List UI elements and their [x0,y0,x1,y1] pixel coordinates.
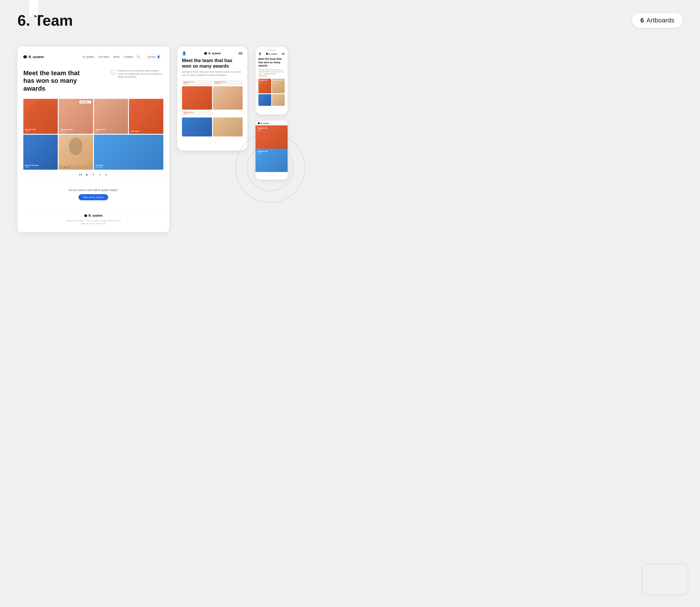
social-be-icon: Bē [64,166,66,168]
phone-heading-1: Meet the team that has won so many award… [259,58,285,68]
tablet-label-2: Martha Holston UX Writer [213,80,243,85]
desktop-social-row: Bē ▶ P 𝕏 in [23,170,163,180]
phone-card-2[interactable]: Martha Holston UX Writer [272,79,285,93]
social-linkedin-icon: in [68,166,69,168]
team-cell-2[interactable]: Martha Holston UX Writer how profile → [59,99,93,134]
location-icon [111,70,116,75]
team-cell-4[interactable]: Anna Jola [129,99,163,134]
team-member-label-3: Martha Jola UX/UI [96,129,105,132]
desktop-hero: Meet the team that has won so many award… [23,64,163,95]
phone-mockup-2: B_system Danielle Jola GK/UI Danielle Jo… [255,120,288,180]
tablet-cell-1[interactable] [182,86,212,110]
desktop-photo-grid: Danielle Jola GK/LB Martha Holston UX Wr… [23,99,163,170]
access-label: Access [147,56,156,58]
nav-link-ourteam[interactable]: Our team [99,56,110,58]
tablet-hero-heading: Meet the team that has won so many award… [182,58,243,69]
phone-team-row-1: Danielle Jola GK/UI Martha Holston UX Wr… [259,79,285,93]
social-pinterest[interactable]: P [91,173,95,177]
team-cell-5[interactable]: Marcus Pascual GK/LB [23,135,58,170]
social-linkedin[interactable]: in [104,173,108,177]
nav-access-button[interactable]: Access 👤 [144,54,163,60]
phone-logo-text-1: B_system [269,53,277,55]
phone2-logo: B_system [258,122,285,124]
phone-card-1[interactable]: Danielle Jola GK/UI [259,79,271,93]
tablet-hero-desc: Example of how to make your team members… [182,70,243,77]
member-role-7: UI Designer [96,166,104,168]
team-cell-1[interactable]: Danielle Jola GK/LB [23,99,58,134]
team-member-label-1: Danielle Jola GK/LB [25,129,36,132]
user-icon: 👤 [157,56,160,58]
footer-copyright: Organic Design System. © 2019 B_system. … [23,219,163,223]
desktop-footer: B_system Organic Design System. © 2019 B… [23,209,163,226]
team-member-label-7: Sara Jola UI Designer [96,164,104,168]
tablet-label-bottom: Danielle Jola GK/UI [182,110,212,116]
phone2-card-name: Danielle Jola [258,127,268,129]
team-cell-7[interactable]: Sara Jola UI Designer [94,135,164,170]
hero-desc-text: Example of how to make your team members… [118,69,163,79]
tablet-hamburger-menu[interactable] [239,52,243,55]
nav-link-contact[interactable]: Contact [124,56,133,58]
cta-button[interactable]: Start with B_system [79,194,108,200]
social-twitter[interactable]: 𝕏 [98,173,102,177]
phone2-card-top[interactable]: Danielle Jola GK/UI [255,125,288,149]
cell-social-row: 𝕏 Bē in [59,165,93,170]
phone-desc-1: Example of how to make your team members… [259,69,285,77]
member-name-4: Anna Jola [131,130,139,132]
tablet-status-icon: 👤 [182,51,186,56]
phone2-logo-icon [258,122,260,124]
phone-bottom-cell-1[interactable] [259,94,271,106]
phone-bottom-row-1 [259,94,285,106]
tablet-team-labels: Danielle Jola GK/LB Martha Holston UX Wr… [182,80,243,85]
artboards-label: Artboards [646,17,674,24]
tablet-member-role-3: GK/UI [183,113,211,114]
social-behance[interactable]: Bē [79,173,83,177]
tablet-logo-text: B_system [208,52,221,55]
desktop-nav-links: B_system Our team Work Contact 🔍 Access … [83,54,163,60]
phone2-top-bar: B_system [255,120,288,125]
member-role-1: GK/LB [25,130,36,132]
tablet-cell-2[interactable] [213,86,243,110]
hero-heading: Meet the team that has won so many award… [23,69,87,92]
tablet-cell-3[interactable] [182,118,212,137]
desktop-mockup: B_system B_system Our team Work Contact … [18,47,169,232]
tablet-hero: Meet the team that has won so many award… [182,58,243,77]
page-title: 6. Team [18,12,73,29]
member-role-3: UX/UI [96,130,105,132]
hover-label: how profile → [79,101,91,104]
tablet-label-1: Danielle Jola GK/LB [182,80,212,85]
tablet-logo-icon [204,52,207,55]
phone2-card-bottom[interactable]: Danielle Jola GK/UI [255,149,288,172]
phone2-logo-text: B_system [261,122,269,124]
page-header: 6. Team 6 Artboards [18,12,682,29]
artboards-count: 6 [640,17,644,24]
phone2-home-button[interactable] [269,174,273,178]
social-youtube[interactable]: ▶ [85,173,89,177]
team-cell-6[interactable]: 𝕏 Bē in [59,135,93,170]
hero-text: Meet the team that has won so many award… [23,69,87,92]
footer-logo-icon [84,214,87,217]
nav-link-bsystem[interactable]: B_system [83,56,95,58]
hero-description: Example of how to make your team members… [111,69,163,79]
team-member-label-4: Anna Jola [131,130,139,132]
logo-icon [23,55,27,59]
team-cell-3[interactable]: Martha Jola UX/UI [94,99,128,134]
team-member-label-5: Marcus Pascual GK/LB [25,164,38,168]
phone2-card-role: GK/UI [258,129,261,131]
social-twitter-icon: 𝕏 [60,166,62,168]
member-role-5: GK/LB [25,166,38,168]
phone-hamburger-1[interactable] [282,53,285,55]
phone2-bottom-role: GK/UI [258,153,261,154]
phones-area: 👤 B_system Meet the team that has won so… [255,47,288,180]
phone-home-circle-1[interactable] [269,108,273,112]
phone2-home-area [255,172,288,180]
footer-logo-text: B_system [89,214,102,217]
phone-bottom-cell-2[interactable] [272,94,285,106]
tablet-member-role-1: GK/LB [183,83,210,84]
nav-search-icon[interactable]: 🔍 [137,56,140,58]
nav-link-work[interactable]: Work [114,56,120,58]
phone-card-role-overlay: GK/UI [259,82,271,83]
tablet-home-button[interactable] [209,140,215,146]
desktop-nav: B_system B_system Our team Work Contact … [23,53,163,64]
artboards-badge: 6 Artboards [632,13,682,28]
phone-user-icon-1: 👤 [259,53,261,55]
